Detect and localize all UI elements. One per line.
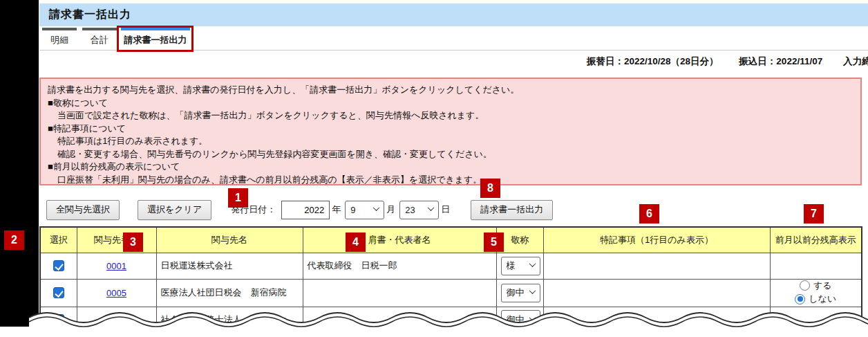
- customer-number-link[interactable]: 0005: [106, 288, 126, 298]
- callout-badge-2: 2: [4, 230, 24, 250]
- tab-batch-output-label: 請求書一括出力: [121, 34, 190, 46]
- customer-name-cell: 医療法人社団日税会 新宿病院: [156, 279, 303, 307]
- header-customer-number: 関与先番号: [77, 227, 156, 253]
- issue-day-value: 23: [405, 205, 415, 215]
- date-info-line: 振替日：2022/10/28（28日分） 振込日：2022/11/07 入力締: [587, 55, 868, 68]
- prior-balance-cell: [770, 307, 862, 333]
- prior-balance-cell: [770, 253, 862, 279]
- chevron-down-icon: [428, 204, 435, 211]
- customer-name-cell: 社会保険労務士法人 にちぜい: [156, 307, 303, 333]
- title-bar: 請求書一括出力: [39, 3, 868, 26]
- balance-hide-label: しない: [809, 293, 836, 305]
- screenshot-root: 請求書一括出力 明細 合計 請求書一括出力 振替日：2022/10/28（28日…: [0, 0, 868, 337]
- honorific-value: 御中: [507, 313, 525, 326]
- honorific-select[interactable]: 御中: [501, 284, 540, 302]
- tab-goukei-topbar: [82, 28, 117, 30]
- select-all-customers-button[interactable]: 全関与先選択: [46, 200, 120, 220]
- tab-goukei-label: 合計: [82, 34, 117, 46]
- row-checkbox[interactable]: [53, 260, 64, 271]
- special-notes-cell: [543, 253, 770, 279]
- issue-day-select[interactable]: 23: [399, 201, 439, 219]
- customer-name-cell: 日税運送株式会社: [156, 253, 303, 279]
- header-prior-balance-display: 前月以前分残高表示: [770, 227, 862, 253]
- header-title-representative: 肩書・代表者名: [303, 227, 496, 253]
- table-row: A010 社会保険労務士法人 にちぜい 御中: [40, 307, 862, 333]
- left-black-margin: [0, 0, 39, 327]
- notice-line: 口座振替「未利用」関与先の場合のみ、請求書への前月以前分残高の【表示／非表示】を…: [48, 174, 853, 187]
- customer-table: 選択 関与先番号 関与先名 肩書・代表者名 敬称 特記事項（1行目のみ表示） 前…: [39, 226, 862, 334]
- tab-bar: 明細 合計 請求書一括出力: [39, 28, 868, 51]
- table-row: 0001 日税運送株式会社 代表取締役 日税一郎 様: [40, 253, 862, 279]
- header-customer-name: 関与先名: [156, 227, 303, 253]
- issue-month-select[interactable]: 9: [345, 201, 384, 219]
- row-checkbox[interactable]: [53, 287, 64, 298]
- issue-year-input[interactable]: [281, 201, 330, 219]
- tab-meisai[interactable]: 明細: [42, 28, 77, 50]
- honorific-value: 様: [507, 259, 516, 272]
- notice-line: 特記事項は1行目のみ表示されます。: [48, 135, 853, 148]
- day-unit-label: 日: [441, 203, 450, 216]
- notice-line: ■敬称について: [48, 97, 853, 110]
- payment-date-text: 振込日：2022/11/07: [739, 56, 822, 66]
- callout-badge-5: 5: [484, 233, 504, 252]
- year-unit-label: 年: [332, 203, 341, 216]
- table-row: 0005 医療法人社団日税会 新宿病院 御中 する: [40, 279, 862, 307]
- special-notes-cell: [543, 279, 770, 307]
- honorific-select[interactable]: 御中: [501, 310, 540, 329]
- table-header-row: 選択 関与先番号 関与先名 肩書・代表者名 敬称 特記事項（1行目のみ表示） 前…: [40, 227, 862, 253]
- controls-row: 全関与先選択 選択をクリア 発行日付： 年 9 月 23 日 請求書一括出力: [46, 199, 553, 220]
- customer-number-link[interactable]: 0001: [106, 261, 126, 271]
- batch-output-button[interactable]: 請求書一括出力: [471, 200, 553, 220]
- tab-bar-underline: [39, 50, 868, 51]
- notice-line: 当画面で設定された敬称は、「請求書一括出力」ボタンをクリックすると、関与先情報へ…: [48, 109, 853, 122]
- page-title: 請求書一括出力: [49, 8, 131, 22]
- radio-icon[interactable]: [800, 280, 810, 291]
- chevron-down-icon: [529, 314, 536, 321]
- instruction-notice-box: 請求書を出力する関与先を選択、請求書の発行日付を入力し、「請求書一括出力」ボタン…: [39, 78, 862, 185]
- transfer-date-text: 振替日：2022/10/28（28日分）: [587, 56, 719, 66]
- callout-badge-6: 6: [639, 204, 659, 224]
- tab-meisai-label: 明細: [42, 34, 77, 46]
- honorific-value: 御中: [507, 286, 525, 299]
- input-cutoff-text-truncated: 入力締: [843, 56, 868, 66]
- balance-hide-radio[interactable]: しない: [795, 293, 836, 305]
- header-select: 選択: [40, 227, 77, 253]
- representative-cell: [303, 307, 496, 333]
- tab-goukei[interactable]: 合計: [82, 28, 117, 50]
- callout-badge-7: 7: [804, 204, 824, 224]
- month-unit-label: 月: [386, 203, 395, 216]
- chevron-down-icon: [529, 287, 536, 294]
- notice-line: 請求書を出力する関与先を選択、請求書の発行日付を入力し、「請求書一括出力」ボタン…: [48, 84, 853, 97]
- notice-line: ■前月以前分残高の表示について: [48, 161, 853, 174]
- honorific-select[interactable]: 様: [501, 257, 540, 275]
- special-notes-cell: [543, 307, 770, 333]
- prior-balance-cell: する しない: [770, 279, 862, 307]
- chevron-down-icon: [373, 204, 380, 211]
- tab-batch-output-topbar: [121, 28, 190, 30]
- notice-line: 確認・変更する場合、関与先番号のリンクから関与先登録内容変更画面を開き、確認・変…: [48, 148, 853, 161]
- row-checkbox[interactable]: [53, 314, 64, 325]
- callout-badge-8: 8: [480, 179, 500, 198]
- tab-batch-output[interactable]: 請求書一括出力: [121, 28, 190, 50]
- representative-cell: [303, 279, 496, 307]
- header-special-notes: 特記事項（1行目のみ表示）: [543, 227, 770, 253]
- representative-cell: 代表取締役 日税一郎: [303, 253, 496, 279]
- customer-number-link[interactable]: A010: [106, 314, 126, 325]
- issue-month-value: 9: [350, 205, 355, 215]
- radio-icon[interactable]: [795, 294, 805, 304]
- chevron-down-icon: [529, 260, 536, 267]
- callout-badge-4: 4: [346, 233, 366, 252]
- callout-badge-3: 3: [123, 233, 143, 252]
- clear-selection-button[interactable]: 選択をクリア: [138, 200, 211, 220]
- tab-meisai-topbar: [42, 28, 77, 30]
- notice-line: ■特記事項について: [48, 122, 853, 136]
- balance-show-label: する: [813, 280, 832, 292]
- callout-badge-1: 1: [228, 188, 248, 208]
- balance-show-radio[interactable]: する: [800, 280, 832, 292]
